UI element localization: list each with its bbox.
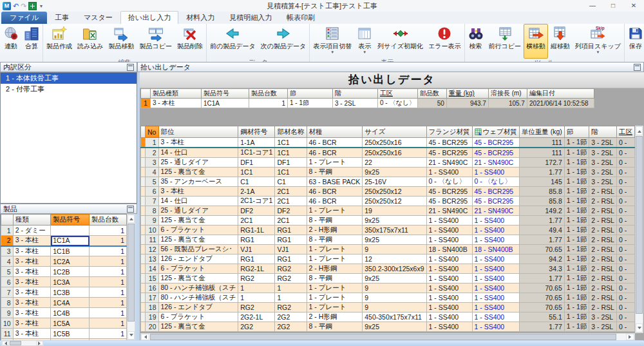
cell-web-material[interactable]: 1 - SS400: [472, 264, 519, 274]
cell-size[interactable]: 9: [363, 284, 426, 293]
cell-member-name[interactable]: RG2: [275, 303, 307, 312]
cell-unit-weight[interactable]: 172.7: [519, 158, 564, 168]
cell-floor[interactable]: 2 - RSL: [589, 226, 617, 235]
cell-member-name[interactable]: 2C1: [275, 187, 307, 197]
row-number[interactable]: 20: [146, 322, 158, 332]
products-col-1[interactable]: 製品符号: [51, 215, 90, 226]
cell-floor[interactable]: 3 - 2SL: [589, 148, 617, 158]
redo-icon[interactable]: ↷: [21, 2, 26, 10]
row-number[interactable]: 5: [146, 177, 158, 187]
cell-web-material[interactable]: 1 - SS400: [472, 274, 519, 284]
row-margin[interactable]: [141, 322, 146, 332]
cell-type[interactable]: 3 - 本柱: [13, 318, 51, 329]
panel-pin-icon[interactable]: [127, 64, 134, 71]
merge-sum-button[interactable]: 合算: [21, 24, 42, 59]
cell-floor[interactable]: 2 - RSL: [589, 303, 617, 312]
row-number[interactable]: 7: [146, 197, 158, 206]
row-number[interactable]: 4: [1, 256, 14, 267]
cell-type[interactable]: 3 - 本柱: [13, 236, 51, 246]
main-col-3[interactable]: 部材名称: [275, 126, 307, 138]
cell-flange-material[interactable]: 1 - SS400: [426, 216, 472, 226]
cell-code[interactable]: 1C3A: [51, 277, 90, 287]
cell-flange-material[interactable]: 45 - BCR295: [426, 138, 472, 148]
summary-col-edit-date[interactable]: 編集日付: [527, 89, 594, 99]
cell-steel-code[interactable]: RG2: [238, 303, 275, 312]
cell-member-name[interactable]: C1: [275, 177, 307, 187]
cell-type[interactable]: 3 - 本柱: [13, 329, 51, 339]
cell-floor[interactable]: 3 - 2SL: [589, 168, 617, 177]
cell-steel-code[interactable]: RG2: [238, 274, 275, 284]
cell-size[interactable]: 25-16V: [363, 177, 426, 187]
cell-steel-code[interactable]: C1: [238, 177, 275, 187]
tab-construction[interactable]: 工事: [48, 12, 76, 24]
cell-member-name[interactable]: 2C1: [275, 197, 307, 206]
cell-web-material[interactable]: 1 - SS400: [472, 284, 519, 293]
cell-setsu[interactable]: 1 - 1節: [564, 255, 589, 264]
cell-count[interactable]: 1: [90, 226, 127, 236]
cell-size[interactable]: 12: [363, 255, 426, 264]
panel-pin-icon[interactable]: [127, 206, 134, 213]
row-margin[interactable]: [141, 187, 146, 197]
cell-size[interactable]: 9: [363, 293, 426, 303]
row-number[interactable]: 4: [146, 168, 158, 177]
cell-flange-material[interactable]: 1 - SS400: [426, 284, 472, 293]
row-number[interactable]: 11: [146, 235, 158, 245]
cell-unit-weight[interactable]: 1.77: [519, 235, 564, 245]
cell-size[interactable]: 9: [363, 245, 426, 255]
cell-material[interactable]: 1 - プレート: [307, 158, 363, 168]
row-margin[interactable]: [141, 226, 146, 235]
cell-size[interactable]: 250x250x12: [363, 197, 426, 206]
cell-member-name[interactable]: RG1: [275, 226, 307, 235]
main-col-10[interactable]: 階: [589, 126, 617, 138]
tab-material-input[interactable]: 材料入力: [179, 12, 222, 24]
reset-column-size-button[interactable]: 列サイズ初期化: [375, 24, 426, 59]
products-col-2[interactable]: 製品台数: [90, 215, 127, 226]
cell-web-material[interactable]: 1 - SS400: [472, 226, 519, 235]
cell-code[interactable]: 1C4B: [51, 308, 90, 318]
row-margin[interactable]: [141, 148, 146, 158]
close-button[interactable]: ✕: [623, 0, 644, 12]
cell-floor[interactable]: 3 - 2SL: [589, 312, 617, 322]
row-number[interactable]: 9: [146, 216, 158, 226]
cell-floor[interactable]: 2 - RSL: [589, 264, 617, 274]
cell-section[interactable]: 0 -: [616, 312, 634, 322]
cell-unit-weight[interactable]: 149.2: [519, 206, 564, 216]
cell-unit-weight[interactable]: 111: [519, 148, 564, 158]
cell-type[interactable]: 3 - 本柱: [13, 287, 51, 298]
row-margin[interactable]: [141, 274, 146, 284]
cell-flange-material[interactable]: 45 - BCR295: [426, 148, 472, 158]
row-margin[interactable]: [141, 216, 146, 226]
cell-unit-weight[interactable]: 70.65: [519, 303, 564, 312]
cell-setsu[interactable]: 1 - 1節: [564, 226, 589, 235]
cell-flange-material[interactable]: 1 - SS400: [426, 168, 472, 177]
row-number[interactable]: 15: [146, 274, 158, 284]
display-button[interactable]: 表示▼: [354, 24, 375, 59]
row-margin[interactable]: [141, 312, 146, 322]
cell-section[interactable]: 0 -: [616, 187, 634, 197]
cell-material[interactable]: 46 - BCR: [307, 138, 363, 148]
cell-section[interactable]: 0 -: [616, 235, 634, 245]
cell-type[interactable]: 3 - 本柱: [13, 298, 51, 308]
cell-floor[interactable]: 2 - RSL: [589, 255, 617, 264]
cell-member-name[interactable]: RG2: [275, 264, 307, 274]
cell-part[interactable]: 3 - 本柱: [158, 187, 238, 197]
cell-material[interactable]: 2 - H形鋼: [307, 264, 363, 274]
toggle-display-items-button[interactable]: 表示項目切替▼: [310, 24, 354, 59]
cell-steel-code[interactable]: RG1-1L: [238, 226, 275, 235]
cell-setsu[interactable]: 1 - 1節: [564, 216, 589, 226]
row-number[interactable]: 13: [146, 255, 158, 264]
cell-material[interactable]: 46 - BCR: [307, 197, 363, 206]
cell-floor[interactable]: 2 - RSL: [589, 197, 617, 206]
cell-code[interactable]: 1C2A: [51, 256, 90, 267]
cell-flange-material[interactable]: 45 - BCR295: [426, 187, 472, 197]
cell-member-name[interactable]: DF1: [275, 158, 307, 168]
row-number[interactable]: 9: [1, 308, 14, 318]
cell-flange-material[interactable]: 1 - SS400: [426, 264, 472, 274]
cell-unit-weight[interactable]: 85.8: [519, 197, 564, 206]
cell-floor[interactable]: 2 - RSL: [589, 216, 617, 226]
summary-floor[interactable]: 3 - 2SL: [333, 99, 378, 108]
cell-size[interactable]: 250x250x16: [363, 138, 426, 148]
summary-product-code[interactable]: 1C1A: [202, 99, 249, 108]
cell-part[interactable]: 125 - 裏当て金: [158, 274, 238, 284]
summary-col-product-code[interactable]: 製品符号: [202, 89, 249, 99]
